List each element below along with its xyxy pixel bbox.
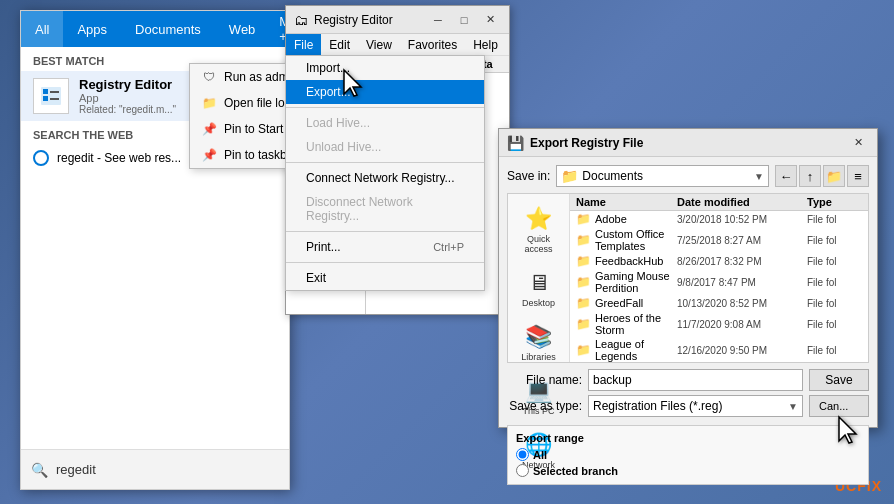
file-row-date: 11/7/2020 9:08 AM [677, 319, 807, 330]
dropdown-arrow-icon: ▼ [754, 171, 764, 182]
save-in-dropdown[interactable]: 📁 Documents ▼ [556, 165, 769, 187]
file-browser: ⭐ Quick access 🖥 Desktop 📚 Libraries 💻 T… [507, 193, 869, 363]
save-type-row: Save as type: Registration Files (*.reg)… [507, 395, 869, 417]
menu-connect-network[interactable]: Connect Network Registry... [286, 166, 484, 190]
menu-unload-hive: Unload Hive... [286, 135, 484, 159]
menu-export[interactable]: Export... [286, 80, 484, 104]
file-row-icon: 📁 [576, 275, 591, 289]
table-row[interactable]: 📁 GreedFall 10/13/2020 8:52 PM File fol [570, 295, 868, 311]
save-in-label: Save in: [507, 169, 550, 183]
file-row-type: File fol [807, 345, 862, 356]
menu-load-hive: Load Hive... [286, 111, 484, 135]
table-row[interactable]: 📁 Heroes of the Storm 11/7/2020 9:08 AM … [570, 311, 868, 337]
registry-title-text: Registry Editor [314, 13, 421, 27]
view-button[interactable]: ≡ [847, 165, 869, 187]
search-icon: 🔍 [31, 462, 48, 478]
export-title-text: Export Registry File [530, 136, 841, 150]
svg-rect-4 [50, 98, 59, 100]
filename-input[interactable] [588, 369, 803, 391]
new-folder-button[interactable]: 📁 [823, 165, 845, 187]
file-row-icon: 📁 [576, 212, 591, 226]
file-row-type: File fol [807, 277, 862, 288]
table-row[interactable]: 📁 FeedbackHub 8/26/2017 8:32 PM File fol [570, 253, 868, 269]
menu-help[interactable]: Help [465, 34, 506, 55]
tab-apps[interactable]: Apps [63, 11, 121, 47]
file-row-date: 8/26/2017 8:32 PM [677, 256, 807, 267]
tab-all[interactable]: All [21, 11, 63, 47]
start-panel: All Apps Documents Web More + Best match [20, 10, 290, 490]
table-row[interactable]: 📁 Gaming Mouse Perdition 9/8/2017 8:47 P… [570, 269, 868, 295]
radio-selected-row: Selected branch [516, 464, 860, 477]
nav-back-button[interactable]: ← [775, 165, 797, 187]
nav-libraries[interactable]: 📚 Libraries [511, 320, 567, 366]
save-type-arrow: ▼ [788, 401, 798, 412]
file-row-type: File fol [807, 256, 862, 267]
file-row-icon: 📁 [576, 233, 591, 247]
tab-web[interactable]: Web [215, 11, 270, 47]
pin-icon: 📌 [202, 122, 216, 136]
file-row-date: 10/13/2020 8:52 PM [677, 298, 807, 309]
export-dialog: 💾 Export Registry File ✕ Save in: 📁 Docu… [498, 128, 878, 428]
file-list-header: Name Date modified Type [570, 194, 868, 211]
dropdown-sep-2 [286, 162, 484, 163]
registry-titlebar[interactable]: 🗂 Registry Editor ─ □ ✕ [286, 6, 509, 34]
file-row-date: 9/8/2017 8:47 PM [677, 277, 807, 288]
file-row-type: File fol [807, 319, 862, 330]
file-rows: 📁 Adobe 3/20/2018 10:52 PM File fol 📁 Cu… [570, 211, 868, 362]
table-row[interactable]: 📁 Adobe 3/20/2018 10:52 PM File fol [570, 211, 868, 227]
export-range-title: Export range [516, 432, 860, 444]
nav-up-button[interactable]: ↑ [799, 165, 821, 187]
admin-icon: 🛡 [202, 70, 216, 84]
registry-menubar: File Edit View Favorites Help [286, 34, 509, 56]
file-row-type: File fol [807, 298, 862, 309]
col-name-header: Name [576, 196, 677, 208]
folder-icon: 📁 [202, 96, 216, 110]
dropdown-sep-4 [286, 262, 484, 263]
file-row-icon: 📁 [576, 317, 591, 331]
maximize-button[interactable]: □ [453, 11, 475, 29]
menu-exit[interactable]: Exit [286, 266, 484, 290]
radio-all-label: All [533, 449, 547, 461]
cancel-button[interactable]: Can... [809, 395, 869, 417]
export-titlebar[interactable]: 💾 Export Registry File ✕ [499, 129, 877, 157]
export-window-controls: ✕ [847, 134, 869, 152]
file-row-name: GreedFall [595, 297, 677, 309]
table-row[interactable]: 📁 Custom Office Templates 7/25/2018 8:27… [570, 227, 868, 253]
filename-row: File name: Save [507, 369, 869, 391]
file-row-date: 3/20/2018 10:52 PM [677, 214, 807, 225]
radio-selected[interactable] [516, 464, 529, 477]
table-row[interactable]: 📁 League of Legends 12/16/2020 9:50 PM F… [570, 337, 868, 362]
file-row-date: 12/16/2020 9:50 PM [677, 345, 807, 356]
save-button[interactable]: Save [809, 369, 869, 391]
menu-edit[interactable]: Edit [321, 34, 358, 55]
save-type-dropdown[interactable]: Registration Files (*.reg) ▼ [588, 395, 803, 417]
dropdown-sep-1 [286, 107, 484, 108]
libraries-icon: 📚 [525, 324, 552, 350]
menu-print[interactable]: Print... Ctrl+P [286, 235, 484, 259]
menu-view[interactable]: View [358, 34, 400, 55]
nav-desktop[interactable]: 🖥 Desktop [511, 266, 567, 312]
file-row-type: File fol [807, 235, 862, 246]
svg-rect-1 [43, 89, 48, 94]
export-close-button[interactable]: ✕ [847, 134, 869, 152]
col-date-header: Date modified [677, 196, 807, 208]
search-input-value[interactable]: regedit [56, 462, 96, 477]
menu-favorites[interactable]: Favorites [400, 34, 465, 55]
search-bar[interactable]: 🔍 regedit [21, 449, 289, 489]
close-button[interactable]: ✕ [479, 11, 501, 29]
radio-all[interactable] [516, 448, 529, 461]
save-in-row: Save in: 📁 Documents ▼ ← ↑ 📁 ≡ [507, 165, 869, 187]
export-body: Save in: 📁 Documents ▼ ← ↑ 📁 ≡ ⭐ Quick a… [499, 157, 877, 425]
file-row-icon: 📁 [576, 343, 591, 357]
quick-access-icon: ⭐ [525, 206, 552, 232]
export-title-icon: 💾 [507, 135, 524, 151]
menu-import[interactable]: Import... [286, 56, 484, 80]
menu-file[interactable]: File [286, 34, 321, 55]
tab-documents[interactable]: Documents [121, 11, 215, 47]
registry-title-icon: 🗂 [294, 12, 308, 28]
nav-quick-access[interactable]: ⭐ Quick access [511, 202, 567, 258]
desktop-icon: 🖥 [528, 270, 550, 296]
save-type-label: Save as type: [507, 399, 582, 413]
registry-window-controls: ─ □ ✕ [427, 11, 501, 29]
minimize-button[interactable]: ─ [427, 11, 449, 29]
